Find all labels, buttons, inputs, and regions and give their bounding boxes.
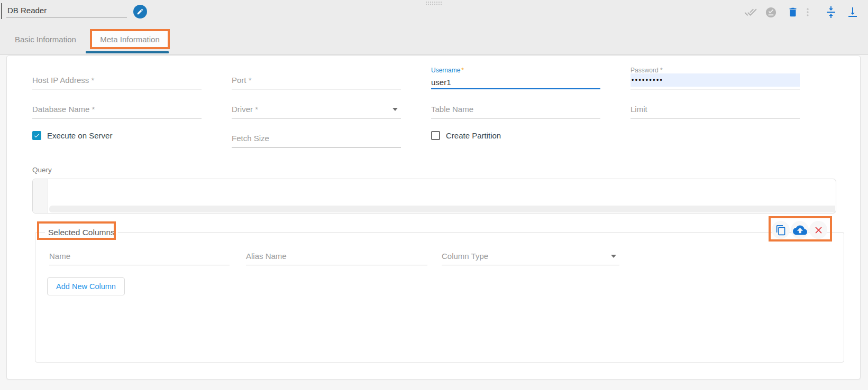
database-name-label: Database Name * — [32, 105, 95, 114]
check-circle-button[interactable] — [764, 5, 778, 19]
limit-field[interactable]: Limit — [631, 97, 800, 118]
alias-name-label: Alias Name — [246, 252, 287, 261]
password-field[interactable]: Password * ••••••••• — [631, 68, 800, 89]
panel-edge-handle — [1, 3, 2, 19]
driver-select[interactable]: Driver * — [232, 97, 401, 118]
node-title-input[interactable] — [6, 3, 127, 17]
alias-name-field[interactable]: Alias Name — [246, 244, 427, 265]
top-bar: Basic Information Meta Information — [0, 0, 868, 55]
done-all-button[interactable] — [744, 5, 757, 19]
column-name-field[interactable]: Name — [49, 244, 230, 265]
more-vertical-icon — [802, 7, 813, 17]
username-field[interactable]: Username* — [431, 68, 600, 89]
collapse-button[interactable] — [824, 5, 838, 19]
node-toolbar — [744, 5, 860, 19]
annotation-box-column-actions — [769, 216, 832, 242]
tab-basic-information[interactable]: Basic Information — [15, 35, 76, 44]
query-editor-gutter — [33, 179, 48, 213]
driver-label: Driver * — [232, 105, 258, 114]
vertical-align-bottom-icon — [846, 6, 859, 18]
query-editor-hscrollbar[interactable] — [49, 206, 835, 212]
drag-handle[interactable] — [426, 2, 442, 5]
fetch-size-label: Fetch Size — [232, 134, 269, 143]
more-options-button[interactable] — [803, 5, 812, 19]
column-name-label: Name — [49, 252, 70, 261]
vertical-align-center-icon — [825, 6, 837, 18]
chevron-down-icon — [611, 255, 616, 258]
port-label: Port * — [232, 76, 252, 85]
port-field[interactable]: Port * — [232, 68, 401, 89]
query-editor[interactable] — [32, 179, 836, 213]
check-circle-icon — [765, 6, 777, 18]
column-type-label: Column Type — [442, 252, 488, 261]
table-name-field[interactable]: Table Name — [431, 97, 600, 118]
password-label: Password * — [631, 67, 663, 74]
host-ip-label: Host IP Address * — [32, 76, 94, 85]
done-all-icon — [744, 6, 757, 18]
chevron-down-icon — [392, 108, 398, 111]
download-button[interactable] — [846, 5, 860, 19]
host-ip-field[interactable]: Host IP Address * — [32, 68, 202, 89]
database-name-field[interactable]: Database Name * — [32, 97, 202, 118]
limit-label: Limit — [631, 105, 647, 114]
meta-information-panel: Host IP Address * Port * Username* Passw… — [6, 55, 861, 379]
delete-button[interactable] — [786, 5, 800, 19]
execute-on-server-label: Execute on Server — [47, 131, 112, 140]
add-new-column-button[interactable]: Add New Column — [47, 277, 125, 295]
checkbox-checked-icon[interactable] — [32, 131, 41, 140]
trash-icon — [787, 6, 799, 18]
username-label: Username — [431, 67, 460, 74]
query-label: Query — [32, 166, 52, 174]
edit-title-button[interactable] — [133, 5, 147, 18]
active-tab-indicator — [86, 51, 169, 53]
table-name-label: Table Name — [431, 105, 473, 114]
password-masked-value[interactable]: ••••••••• — [632, 76, 663, 83]
column-type-select[interactable]: Column Type — [442, 244, 619, 265]
checkbox-unchecked-icon[interactable] — [431, 131, 440, 140]
create-partition-checkbox[interactable]: Create Partition — [431, 131, 501, 140]
fetch-size-field[interactable]: Fetch Size — [232, 126, 401, 147]
annotation-box-meta-tab: Meta Information — [90, 29, 170, 49]
create-partition-label: Create Partition — [446, 131, 501, 140]
annotation-box-selected-columns — [37, 221, 116, 240]
execute-on-server-checkbox[interactable]: Execute on Server — [32, 131, 112, 140]
tab-meta-information[interactable]: Meta Information — [100, 35, 160, 44]
username-input[interactable] — [431, 78, 600, 87]
pencil-icon — [136, 8, 144, 15]
required-asterisk: * — [461, 67, 464, 74]
